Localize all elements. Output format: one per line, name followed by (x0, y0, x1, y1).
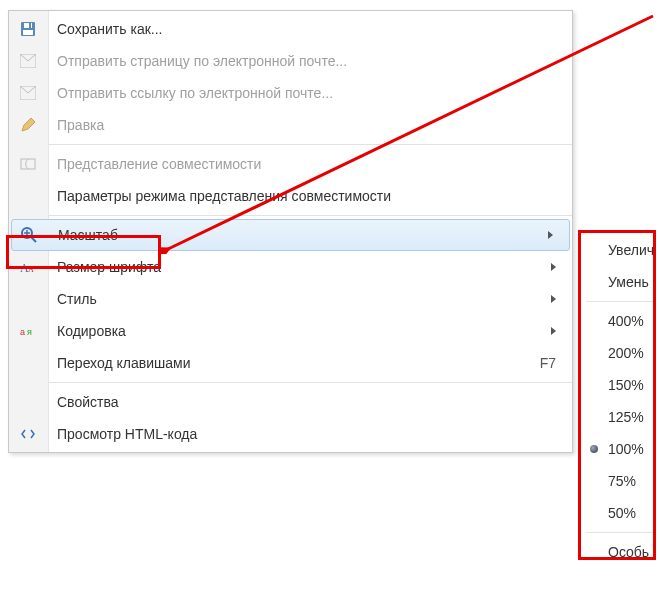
zoom-icon (20, 226, 38, 244)
menu-item-label: Параметры режима представления совместим… (57, 188, 556, 204)
mail-link-icon (19, 84, 37, 102)
menu-item-label: Сохранить как... (57, 21, 556, 37)
svg-text:a: a (20, 327, 25, 337)
zoom-50[interactable]: 50% (582, 497, 657, 529)
separator (49, 144, 572, 145)
zoom-75[interactable]: 75% (582, 465, 657, 497)
zoom-200[interactable]: 200% (582, 337, 657, 369)
submenu-arrow-icon (551, 263, 556, 271)
sub-item-label: Особь (608, 544, 649, 560)
menu-item-style[interactable]: Стиль (9, 283, 572, 315)
menu-item-label: Кодировка (57, 323, 543, 339)
zoom-submenu: Увелич Умень 400% 200% 150% 125% 100% 75… (582, 234, 657, 568)
menu-item-label: Стиль (57, 291, 543, 307)
menu-item-view-source[interactable]: Просмотр HTML-кода (9, 418, 572, 450)
zoom-out[interactable]: Умень (582, 266, 657, 298)
submenu-arrow-icon (548, 231, 553, 239)
sub-item-label: Умень (608, 274, 649, 290)
sub-item-label: 150% (608, 377, 644, 393)
sub-item-label: 50% (608, 505, 636, 521)
menu-item-save-as[interactable]: Сохранить как... (9, 13, 572, 45)
menu-item-label: Отправить ссылку по электронной почте... (57, 85, 556, 101)
menu-item-label: Правка (57, 117, 556, 133)
submenu-arrow-icon (551, 295, 556, 303)
sub-item-label: 200% (608, 345, 644, 361)
save-icon (19, 20, 37, 38)
menu-item-zoom[interactable]: Масштаб (11, 219, 570, 251)
sub-item-label: 125% (608, 409, 644, 425)
menu-item-send-page: Отправить страницу по электронной почте.… (9, 45, 572, 77)
separator (586, 301, 653, 302)
menu-item-label: Свойства (57, 394, 556, 410)
svg-rect-6 (21, 159, 35, 169)
menu-item-send-link: Отправить ссылку по электронной почте... (9, 77, 572, 109)
zoom-150[interactable]: 150% (582, 369, 657, 401)
svg-rect-3 (29, 23, 31, 28)
mail-page-icon (19, 52, 37, 70)
zoom-125[interactable]: 125% (582, 401, 657, 433)
radio-dot-icon (590, 445, 598, 453)
sub-item-label: 100% (608, 441, 644, 457)
code-icon (19, 425, 37, 443)
sub-item-label: Увелич (608, 242, 654, 258)
svg-rect-1 (23, 30, 33, 35)
menu-item-properties[interactable]: Свойства (9, 386, 572, 418)
menu-item-label: Просмотр HTML-кода (57, 426, 556, 442)
context-menu: Сохранить как... Отправить страницу по э… (8, 10, 573, 453)
menu-item-encoding[interactable]: aя Кодировка (9, 315, 572, 347)
menu-item-font-size[interactable]: AA Размер шрифта (9, 251, 572, 283)
menu-item-compat-view: Представление совместимости (9, 148, 572, 180)
menu-item-compat-settings[interactable]: Параметры режима представления совместим… (9, 180, 572, 212)
svg-text:я: я (27, 327, 32, 337)
menu-item-label: Переход клавишами (57, 355, 520, 371)
separator (49, 215, 572, 216)
separator (586, 532, 653, 533)
sub-item-label: 400% (608, 313, 644, 329)
submenu-arrow-icon (551, 327, 556, 335)
zoom-400[interactable]: 400% (582, 305, 657, 337)
compat-icon (19, 155, 37, 173)
sub-item-label: 75% (608, 473, 636, 489)
menu-item-caret-browsing[interactable]: Переход клавишами F7 (9, 347, 572, 379)
menu-item-label: Отправить страницу по электронной почте.… (57, 53, 556, 69)
menu-item-label: Размер шрифта (57, 259, 543, 275)
svg-text:A: A (28, 265, 34, 274)
menu-item-label: Масштаб (58, 227, 540, 243)
svg-line-8 (31, 237, 36, 242)
zoom-custom[interactable]: Особь (582, 536, 657, 568)
menu-item-label: Представление совместимости (57, 156, 556, 172)
zoom-100[interactable]: 100% (582, 433, 657, 465)
font-size-icon: AA (19, 258, 37, 276)
encoding-icon: aя (19, 322, 37, 340)
pencil-icon (19, 116, 37, 134)
menu-item-edit: Правка (9, 109, 572, 141)
menu-shortcut: F7 (540, 355, 556, 371)
separator (49, 382, 572, 383)
zoom-in[interactable]: Увелич (582, 234, 657, 266)
